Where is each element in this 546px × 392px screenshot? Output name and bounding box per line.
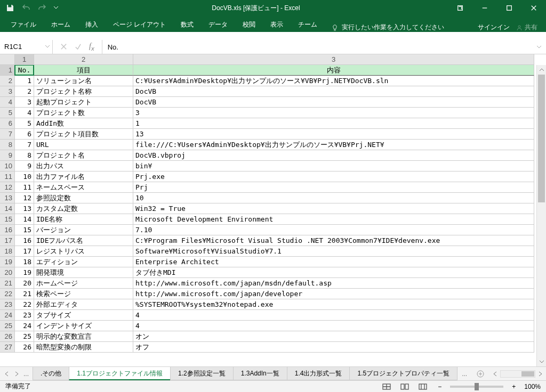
scroll-down-icon[interactable] <box>537 357 546 366</box>
cell[interactable]: IDE名称 <box>34 214 133 225</box>
row-header[interactable]: 1 <box>0 65 15 76</box>
cell[interactable]: 4 <box>15 108 34 118</box>
signin-link[interactable]: サインイン <box>478 23 510 32</box>
row-header[interactable]: 22 <box>0 289 15 299</box>
cell[interactable]: http://www.microsoft.com/japan/developer <box>133 289 534 299</box>
col-header[interactable]: 1 <box>15 54 34 65</box>
cell[interactable]: 明示的な変数宣言 <box>34 331 133 342</box>
cancel-icon[interactable] <box>60 43 67 50</box>
row-header[interactable]: 5 <box>0 108 15 118</box>
row-header[interactable]: 20 <box>0 267 15 278</box>
vertical-scrollbar[interactable] <box>536 65 546 366</box>
cell[interactable]: 18 <box>15 257 34 267</box>
cell[interactable]: %SYSTEMROOT%¥system32¥notepad.exe <box>133 299 534 310</box>
cell[interactable]: 23 <box>15 310 34 321</box>
cell[interactable]: 1 <box>15 76 34 86</box>
view-pagebreak-button[interactable] <box>416 382 429 391</box>
cell[interactable]: http://www.microsoft.com/japan/msdn/defa… <box>133 278 534 289</box>
cell[interactable]: AddIn数 <box>34 118 133 129</box>
minimize-button[interactable] <box>472 0 497 16</box>
sheet-tab-active[interactable]: 1.1プロジェクトファイル情報 <box>69 367 171 380</box>
row-header[interactable]: 15 <box>0 214 15 225</box>
row-header[interactable]: 17 <box>0 235 15 246</box>
tab-pagelayout[interactable]: ページ レイアウト <box>106 17 173 32</box>
row-header[interactable]: 4 <box>0 97 15 108</box>
cell[interactable]: タブサイズ <box>34 310 133 321</box>
tab-home[interactable]: ホーム <box>44 17 78 32</box>
cell[interactable]: プロジェクト数 <box>34 108 133 118</box>
tab-team[interactable]: チーム <box>291 17 325 32</box>
sheet-tab-4[interactable]: 1.4出力形式一覧 <box>287 367 350 380</box>
fx-icon[interactable]: fx <box>89 42 94 52</box>
sheet-nav-prev-icon[interactable] <box>4 371 10 377</box>
header-cell[interactable]: No. <box>15 65 34 76</box>
cell[interactable]: 4 <box>133 310 534 321</box>
tab-data[interactable]: データ <box>201 17 235 32</box>
cell[interactable]: プロジェクト項目数 <box>34 129 133 140</box>
cell[interactable]: 1 <box>133 118 534 129</box>
cell[interactable]: 起動プロジェクト <box>34 97 133 108</box>
cell[interactable]: DocVB <box>133 97 534 108</box>
cell[interactable]: 検索ページ <box>34 289 133 299</box>
row-header[interactable]: 25 <box>0 321 15 331</box>
tab-insert[interactable]: 挿入 <box>78 17 106 32</box>
view-pagelayout-button[interactable] <box>398 382 411 391</box>
cell[interactable]: レジストリパス <box>34 246 133 257</box>
cell[interactable]: 4 <box>133 321 534 331</box>
row-header[interactable]: 24 <box>0 310 15 321</box>
formula-input[interactable]: No. <box>102 40 546 54</box>
cell[interactable]: URL <box>34 140 133 150</box>
header-cell[interactable]: 項目 <box>34 65 133 76</box>
row-header[interactable]: 26 <box>0 331 15 342</box>
cell[interactable]: 26 <box>15 342 34 353</box>
cell[interactable]: C:¥Program Files¥Microsoft Visual Studio… <box>133 235 534 246</box>
cell[interactable]: 参照設定数 <box>34 193 133 203</box>
cell[interactable]: 2 <box>15 86 34 97</box>
cell[interactable]: 6 <box>15 129 34 140</box>
row-header[interactable]: 6 <box>0 118 15 129</box>
ribbon-options-button[interactable] <box>448 0 472 16</box>
cell[interactable]: 17 <box>15 246 34 257</box>
sheet-tab-3[interactable]: 1.3AddIn一覧 <box>233 367 287 380</box>
cell[interactable]: 25 <box>15 331 34 342</box>
cell[interactable]: 10 <box>15 172 34 182</box>
row-header[interactable]: 21 <box>0 278 15 289</box>
hscroll-left-icon[interactable] <box>493 371 498 377</box>
tab-formulas[interactable]: 数式 <box>173 17 201 32</box>
row-header[interactable]: 27 <box>0 342 15 353</box>
row-header[interactable]: 3 <box>0 86 15 97</box>
cell[interactable]: 13 <box>15 203 34 214</box>
zoom-slider[interactable] <box>450 386 503 388</box>
zoom-in-button[interactable]: + <box>509 383 519 390</box>
row-header[interactable]: 16 <box>0 225 15 235</box>
row-header[interactable]: 8 <box>0 140 15 150</box>
redo-icon[interactable] <box>37 3 47 13</box>
row-header[interactable]: 19 <box>0 257 15 267</box>
cell[interactable]: バージョン <box>34 225 133 235</box>
sheet-nav-more[interactable]: ... <box>23 370 29 378</box>
row-header[interactable]: 12 <box>0 182 15 193</box>
cell[interactable]: 3 <box>15 97 34 108</box>
sheet-tab-other[interactable]: .その他 <box>33 367 69 380</box>
row-header[interactable]: 7 <box>0 129 15 140</box>
cell[interactable]: Software¥Microsoft¥VisualStudio¥7.1 <box>133 246 534 257</box>
row-header[interactable]: 10 <box>0 161 15 172</box>
enter-icon[interactable] <box>75 43 82 50</box>
cell[interactable]: インデントサイズ <box>34 321 133 331</box>
zoom-level[interactable]: 100% <box>524 383 541 390</box>
share-button[interactable]: 共有 <box>516 23 537 32</box>
cell[interactable]: 15 <box>15 225 34 235</box>
cell[interactable]: C:¥Users¥Admin¥Desktop¥出力サンプルのソース¥VB¥Prj… <box>133 76 534 86</box>
view-normal-button[interactable] <box>380 382 393 391</box>
tab-view[interactable]: 表示 <box>263 17 291 32</box>
cell[interactable]: 19 <box>15 267 34 278</box>
cell[interactable]: プロジェクト名 <box>34 150 133 161</box>
cell[interactable]: Prj <box>133 182 534 193</box>
cell[interactable]: 開発環境 <box>34 267 133 278</box>
cell[interactable]: プロジェクト名称 <box>34 86 133 97</box>
sheet-more[interactable]: ... <box>457 367 471 380</box>
row-header[interactable]: 9 <box>0 150 15 161</box>
name-box[interactable]: R1C1 <box>0 40 53 54</box>
cell[interactable]: 13 <box>133 129 534 140</box>
cell[interactable]: file:///C:¥Users¥Admin¥Desktop¥出力サンプルのソー… <box>133 140 534 150</box>
